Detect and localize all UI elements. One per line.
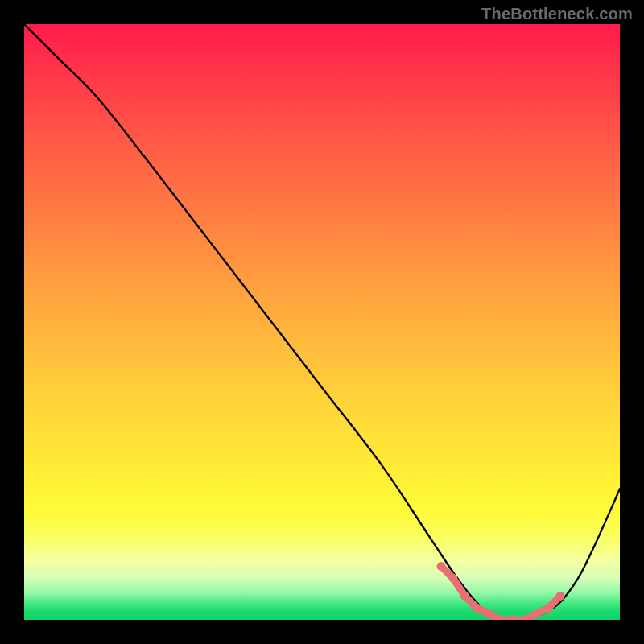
chart-frame: TheBottleneck.com <box>0 0 644 644</box>
valley-marker <box>448 574 457 583</box>
curve-layer <box>24 24 620 620</box>
valley-marker <box>532 609 541 618</box>
valley-markers <box>437 562 565 620</box>
bottleneck-curve <box>24 24 620 620</box>
valley-marker <box>473 604 481 613</box>
valley-marker <box>556 592 565 601</box>
valley-marker <box>437 562 446 571</box>
watermark-text: TheBottleneck.com <box>481 5 633 23</box>
valley-marker <box>460 592 469 601</box>
plot-area <box>24 24 620 620</box>
valley-marker <box>544 604 553 613</box>
valley-marker <box>485 609 493 618</box>
valley-marker <box>508 616 517 621</box>
